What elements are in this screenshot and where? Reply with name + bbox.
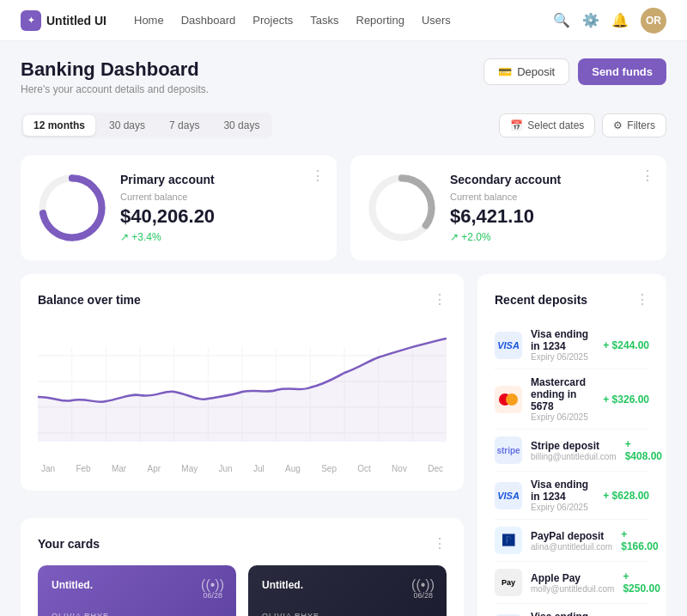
deposit-item-4: 🅿 PayPal deposit alina@untitleduil.com +… [495,520,649,562]
account-card-0: Primary account Current balance $40,206.… [21,156,337,260]
chart-section-header: Balance over time ⋮ [38,291,447,308]
x-label-aug: Aug [285,464,301,473]
deposit-info-3: Visa ending in 1234 Expiry 06/2025 [531,479,594,512]
settings-icon[interactable]: ⚙️ [582,12,599,29]
deposit-item-3: VISA Visa ending in 1234 Expiry 06/2025 … [495,472,649,520]
filter-icon: ⚙ [613,119,623,131]
page-header-actions: 💳 Deposit Send funds [483,58,666,85]
deposits-menu-icon[interactable]: ⋮ [635,291,649,308]
x-label-jul: Jul [253,464,264,473]
account-info-1: Secondary account Current balance $6,421… [450,173,649,243]
x-label-apr: Apr [147,464,161,473]
account-card-menu-0[interactable]: ⋮ [311,168,325,184]
time-filter-btn-2[interactable]: 7 days [159,115,210,136]
deposit-item-5: Pay Apple Pay molly@untitleduil.com + $2… [495,562,649,604]
card-expiry-0: 06/28 [203,591,222,600]
deposit-icon-4: 🅿 [495,527,522,554]
app-title: Untitled UI [46,14,106,27]
account-cards: Primary account Current balance $40,206.… [21,156,666,260]
payment-card-wrap-1: Untitled. ((•)) OLIVIA RHYE 06/28 1234 1… [248,565,447,616]
account-card-1: Secondary account Current balance $6,421… [350,156,666,260]
deposits-section: Recent deposits ⋮ VISA Visa ending in 12… [477,274,666,616]
card-name-0: OLIVIA RHYE [52,612,222,616]
deposit-amount-3: + $628.00 [603,490,649,502]
time-filter-btn-0[interactable]: 12 months [23,115,95,136]
deposit-amount-2: + $408.00 [625,438,662,462]
filters-button[interactable]: ⚙ Filters [602,113,666,137]
deposit-info-5: Apple Pay molly@untitleduil.com [531,572,614,594]
x-label-mar: Mar [112,464,126,473]
deposits-section-header: Recent deposits ⋮ [495,291,649,308]
deposit-amount-1: + $326.00 [603,393,649,406]
cards-menu-icon[interactable]: ⋮ [433,535,447,552]
top-nav: ✦ Untitled UI HomeDashboardProjectsTasks… [0,0,687,41]
deposits-list: VISA Visa ending in 1234 Expiry 06/2025 … [495,321,649,616]
deposit-sub-3: Expiry 06/2025 [531,503,594,512]
account-label-0: Current balance [120,192,319,202]
select-dates-button[interactable]: 📅 Select dates [499,113,595,137]
chart-title: Balance over time [38,293,141,307]
nav-actions: 🔍 ⚙️ 🔔 OR [553,8,666,34]
nav-link-projects[interactable]: Projects [252,12,293,28]
payment-cards-grid: Untitled. ((•)) OLIVIA RHYE 06/28 1234 1… [38,565,447,616]
deposits-title: Recent deposits [495,293,587,307]
nav-link-home[interactable]: Home [134,12,164,28]
chart-svg [38,321,447,459]
account-info-0: Primary account Current balance $40,206.… [120,173,319,243]
send-funds-button[interactable]: Send funds [578,58,666,85]
deposit-sub-5: molly@untitleduil.com [531,584,614,594]
deposit-sub-4: alina@untitleduil.com [531,542,612,552]
donut-chart-0 [38,174,106,242]
card-name-1: OLIVIA RHYE [262,612,433,616]
deposit-info-6: Visa ending in 1234 Expiry 06/2025 [531,611,594,616]
nav-link-tasks[interactable]: Tasks [310,12,338,28]
deposit-icon-2: stripe [495,436,522,464]
nav-link-reporting[interactable]: Reporting [356,12,404,28]
x-label-may: May [181,464,198,473]
nav-link-users[interactable]: Users [422,12,451,28]
deposit-amount-0: + $244.00 [603,339,649,351]
account-balance-0: $40,206.20 [120,205,319,228]
deposit-amount-5: + $250.00 [623,570,660,595]
deposit-info-2: Stripe deposit billing@untitleduil.com [531,440,617,461]
deposit-name-6: Visa ending in 1234 [531,611,594,616]
deposit-name-5: Apple Pay [531,572,614,584]
page-header: Banking Dashboard Here's your account de… [21,58,666,95]
deposit-info-0: Visa ending in 1234 Expiry 06/2025 [531,328,594,362]
user-avatar[interactable]: OR [641,8,666,34]
x-label-jan: Jan [41,464,55,473]
deposit-sub-1: Expiry 06/2025 [531,412,594,422]
deposit-button[interactable]: 💳 Deposit [483,58,569,85]
account-change-0: ↗ +3.4% [120,231,319,243]
filter-actions: 📅 Select dates ⚙ Filters [499,113,666,137]
deposit-icon-1 [495,386,522,413]
x-label-dec: Dec [428,464,443,473]
chart-menu-icon[interactable]: ⋮ [433,291,447,308]
page-title: Banking Dashboard [21,58,209,81]
account-label-1: Current balance [450,192,649,202]
time-filter-btn-3[interactable]: 30 days [213,115,270,136]
page-header-left: Banking Dashboard Here's your account de… [21,58,209,95]
deposit-name-0: Visa ending in 1234 [531,328,594,352]
nav-link-dashboard[interactable]: Dashboard [181,12,236,28]
line-chart [38,321,447,459]
account-change-1: ↗ +2.0% [450,231,649,243]
deposit-name-3: Visa ending in 1234 [531,479,594,503]
deposit-item-2: stripe Stripe deposit billing@untitledui… [495,430,649,472]
chart-x-labels: JanFebMarAprMayJunJulAugSepOctNovDec [38,464,447,473]
time-filters: 12 months30 days7 days30 days 📅 Select d… [21,113,666,138]
logo-icon: ✦ [21,10,41,31]
card-brand-1: Untitled. [262,579,433,591]
time-filter-btn-1[interactable]: 30 days [99,115,155,136]
deposit-info-4: PayPal deposit alina@untitleduil.com [531,530,612,552]
main-content: Banking Dashboard Here's your account de… [0,41,687,616]
deposit-icon-5: Pay [495,569,522,596]
deposit-name-1: Mastercard ending in 5678 [531,376,594,412]
notifications-icon[interactable]: 🔔 [611,12,629,29]
deposit-item-6: VISA Visa ending in 1234 Expiry 06/2025 … [495,604,649,616]
app-logo[interactable]: ✦ Untitled UI [21,10,106,31]
donut-chart-1 [368,174,436,242]
search-icon[interactable]: 🔍 [553,12,570,29]
card-brand-0: Untitled. [52,579,222,591]
account-card-menu-1[interactable]: ⋮ [641,168,654,184]
